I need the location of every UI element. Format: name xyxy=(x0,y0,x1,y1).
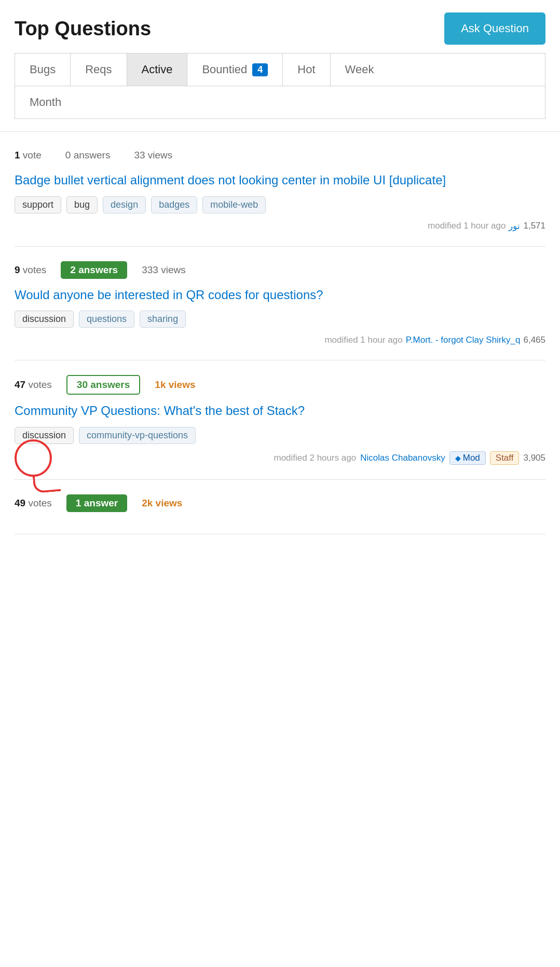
tabs-row-2: Month xyxy=(15,86,545,118)
views-1: 33 views xyxy=(134,150,172,161)
page-header: Top Questions Ask Question xyxy=(0,0,560,53)
question-meta-4: 49 votes 1 answer 2k views xyxy=(15,494,545,512)
question-title-3[interactable]: Community VP Questions: What's the best … xyxy=(15,402,545,420)
answers-3: 30 answers xyxy=(66,375,140,395)
votes-3: 47 votes xyxy=(15,379,52,391)
views-2: 333 views xyxy=(142,264,186,276)
question-item-2: 9 votes 2 answers 333 views Would anyone… xyxy=(15,247,545,361)
tab-hot[interactable]: Hot xyxy=(283,53,330,86)
annotation-tail xyxy=(33,473,61,493)
votes-4: 49 votes xyxy=(15,498,52,509)
tab-bugs[interactable]: Bugs xyxy=(15,53,71,86)
tag-discussion-2[interactable]: discussion xyxy=(15,311,74,328)
rep-3: 3,905 xyxy=(523,453,545,463)
modified-1: modified 1 hour ago xyxy=(428,221,506,231)
ask-question-button[interactable]: Ask Question xyxy=(444,12,545,45)
tag-support[interactable]: support xyxy=(15,196,61,213)
tag-questions-2[interactable]: questions xyxy=(79,311,134,328)
tab-reqs[interactable]: Reqs xyxy=(71,53,127,86)
question-meta-2: 9 votes 2 answers 333 views xyxy=(15,261,545,279)
tab-active[interactable]: Active xyxy=(127,53,188,86)
tabs-row-1: Bugs Reqs Active Bountied 4 Hot Week xyxy=(15,53,545,86)
answers-2: 2 answers xyxy=(61,261,127,279)
question-title-2[interactable]: Would anyone be interested in QR codes f… xyxy=(15,286,545,304)
bountied-badge: 4 xyxy=(252,63,268,76)
tag-community-vp-questions[interactable]: community-vp-questions xyxy=(79,427,196,444)
answers-1: 0 answers xyxy=(56,146,120,164)
tab-month[interactable]: Month xyxy=(15,86,76,118)
staff-badge-3: Staff xyxy=(490,451,520,465)
tag-design[interactable]: design xyxy=(103,196,146,213)
views-3: 1k views xyxy=(155,379,195,391)
tags-2: discussion questions sharing xyxy=(15,311,545,328)
mod-badge-3: ◆ Mod xyxy=(449,451,486,465)
author-2[interactable]: P.Mort. - forgot Clay Shirky_q xyxy=(406,335,521,345)
author-1[interactable]: نور xyxy=(509,221,520,232)
question-meta-1: 1 vote 0 answers 33 views xyxy=(15,146,545,164)
author-3[interactable]: Nicolas Chabanovsky xyxy=(360,453,445,463)
question-list: 1 vote 0 answers 33 views Badge bullet v… xyxy=(0,132,560,534)
question-item-3: 47 votes 30 answers 1k views Community V… xyxy=(15,360,545,480)
tab-bountied[interactable]: Bountied 4 xyxy=(187,53,283,86)
tags-3: discussion community-vp-questions xyxy=(15,427,545,444)
question-item-1: 1 vote 0 answers 33 views Badge bullet v… xyxy=(15,132,545,247)
question-footer-1: modified 1 hour ago نور 1,571 xyxy=(15,221,545,232)
rep-2: 6,465 xyxy=(523,335,545,345)
question-title-1[interactable]: Badge bullet vertical alignment does not… xyxy=(15,171,545,189)
page-title: Top Questions xyxy=(15,18,151,40)
modified-2: modified 1 hour ago xyxy=(324,335,402,345)
votes-1: 1 vote xyxy=(15,150,42,161)
annotation-circle xyxy=(15,439,52,477)
question-meta-3: 47 votes 30 answers 1k views xyxy=(15,375,545,395)
tags-1: support bug design badges mobile-web xyxy=(15,196,545,213)
votes-2: 9 votes xyxy=(15,264,46,276)
tag-mobile-web[interactable]: mobile-web xyxy=(202,196,266,213)
modified-3: modified 2 hours ago xyxy=(274,453,356,463)
question-footer-2: modified 1 hour ago P.Mort. - forgot Cla… xyxy=(15,335,545,345)
tab-week[interactable]: Week xyxy=(331,53,389,86)
answers-4: 1 answer xyxy=(66,494,127,512)
views-4: 2k views xyxy=(142,498,182,509)
question-item-4: 49 votes 1 answer 2k views xyxy=(15,480,545,534)
question-footer-3: modified 2 hours ago Nicolas Chabanovsky… xyxy=(15,451,545,465)
rep-1: 1,571 xyxy=(523,221,545,231)
tag-bug[interactable]: bug xyxy=(66,196,98,213)
tag-badges[interactable]: badges xyxy=(151,196,197,213)
tabs-container: Bugs Reqs Active Bountied 4 Hot Week Mon… xyxy=(0,53,560,119)
tag-sharing-2[interactable]: sharing xyxy=(140,311,186,328)
diamond-icon: ◆ xyxy=(455,454,461,462)
